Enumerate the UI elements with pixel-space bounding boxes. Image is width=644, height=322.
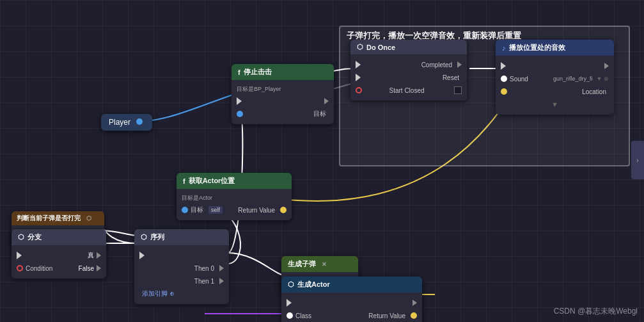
class-label: Class (295, 312, 311, 319)
then0-label: Then 0 (194, 265, 214, 272)
location-label: Location (582, 88, 606, 95)
condition-label: Condition (26, 265, 74, 272)
self-label: self (208, 206, 223, 214)
add-pin-label[interactable]: 添加引脚 ⊕ (142, 289, 175, 298)
do-once-title: Do Once (366, 44, 395, 51)
stop-node: f 停止击击 目标是BP_Player 目标 (232, 64, 334, 124)
sequence-node: ⬡ 序列 Then 0 Then 1 添加引脚 ⊕ (134, 229, 229, 304)
branch-node: ⬡ 分支 真 Condition False (12, 229, 106, 278)
branch-title: 分支 (27, 232, 42, 242)
spawn-actor-title: 生成Actor (297, 280, 330, 289)
get-actor-target-label: 目标 (191, 205, 203, 214)
comment-text: 子弹打完，播放一次空弹音效，重新装弹后重置 (347, 31, 521, 40)
branch-true-label: 真 (24, 251, 94, 260)
do-once-node: ⬡ Do Once Completed Reset Start Closed (350, 40, 467, 101)
spawn-bullet-title: 生成子弹 (288, 259, 316, 269)
get-actor-subtitle: 目标是Actor (177, 193, 292, 204)
get-actor-title: 获取Actor位置 (189, 176, 235, 186)
sound-title: 播放位置处的音效 (509, 43, 565, 52)
sound-node: ♪ 播放位置处的音效 Sound gun_rifle_dry_fi ▼ ⊕ Lo… (496, 40, 614, 115)
start-closed-label: Start Closed (389, 87, 424, 94)
false-label: False (79, 265, 94, 272)
spawn-actor-node: ⬡ 生成Actor Class Return Value Spawn Trans… (281, 277, 422, 322)
player-label: Player (109, 118, 130, 127)
start-closed-checkbox[interactable] (454, 86, 462, 94)
judge-title: 判断当前子弹是否打完 (17, 214, 81, 223)
sound-label: Sound (510, 76, 528, 83)
return-value-label: Return Value (238, 207, 275, 214)
spawn-return-label: Return Value (368, 312, 405, 319)
right-edge-hint: › (631, 141, 644, 179)
completed-label: Completed (421, 61, 452, 68)
sound-value: gun_rifle_dry_fi (553, 76, 593, 82)
reset-label: Reset (443, 74, 459, 81)
stop-subtitle: 目标是BP_Player (232, 84, 334, 95)
sequence-title: 序列 (150, 232, 164, 242)
stop-target-label: 目标 (313, 109, 326, 118)
get-actor-node: f 获取Actor位置 目标是Actor 目标 self Return Valu… (177, 173, 292, 220)
stop-title: 停止击击 (244, 67, 272, 77)
watermark: CSDN @暮志未晚Webgl (554, 306, 638, 317)
then1-label: Then 1 (194, 278, 214, 285)
player-node: Player (101, 114, 152, 131)
